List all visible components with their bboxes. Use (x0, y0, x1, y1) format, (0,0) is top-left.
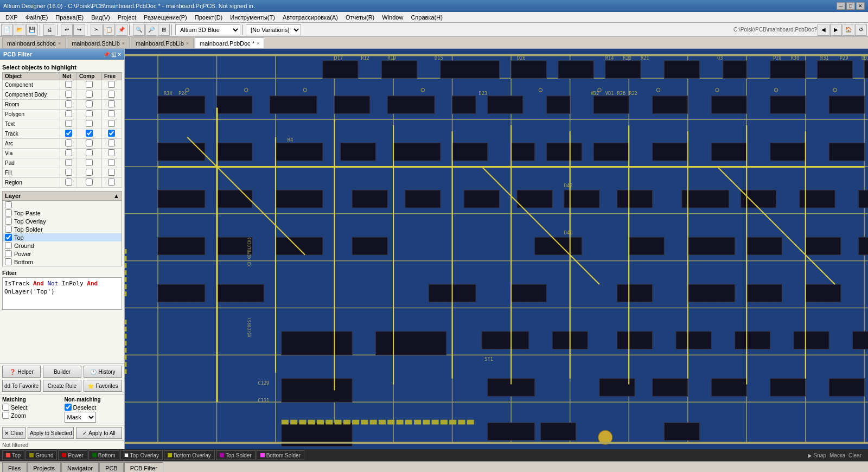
layer-checkbox[interactable] (5, 209, 12, 216)
net-checkbox[interactable] (65, 159, 72, 166)
clear-button[interactable]: ✕ Clear (2, 427, 25, 439)
tb-refresh[interactable]: ↺ (855, 24, 867, 36)
pcb-canvas[interactable]: x:360,400 dx:165,200 mm y:219,900 dy:-14… (125, 49, 868, 449)
tab-pcblib[interactable]: mainboard.PcbLib × (131, 37, 194, 48)
net-cell[interactable] (60, 110, 77, 119)
net-cell[interactable] (60, 119, 77, 129)
comp-cell[interactable] (77, 129, 102, 139)
net-cell[interactable] (60, 90, 77, 100)
layer-checkbox[interactable] (5, 242, 12, 249)
tb-paste[interactable]: 📌 (116, 24, 127, 36)
comp-cell[interactable] (77, 90, 102, 100)
tb-home[interactable]: 🏠 (843, 24, 854, 36)
tb-cut[interactable]: ✂ (91, 24, 103, 36)
free-checkbox[interactable] (108, 100, 115, 107)
close-button[interactable]: ✕ (856, 2, 865, 10)
comp-cell[interactable] (77, 119, 102, 129)
comp-checkbox[interactable] (86, 169, 93, 176)
comp-checkbox[interactable] (86, 139, 93, 146)
panel-close[interactable]: × (118, 52, 121, 58)
comp-cell[interactable] (77, 158, 102, 168)
favorites-button[interactable]: ⭐ Favorites (84, 380, 122, 392)
bottom-tab-pcbfilter[interactable]: PCB Filter (124, 462, 163, 472)
comp-checkbox[interactable] (86, 149, 93, 156)
free-cell[interactable] (101, 80, 122, 90)
layer-scroll-arrow[interactable]: ▲ (113, 193, 119, 199)
net-cell[interactable] (60, 168, 77, 178)
zoom-checkbox[interactable] (2, 412, 9, 419)
tb-redo[interactable]: ↪ (73, 24, 85, 36)
tb-zoom-out[interactable]: 🔎 (145, 24, 157, 36)
net-checkbox[interactable] (65, 81, 72, 88)
add-to-favorite-button[interactable]: dd To Favorite (2, 380, 41, 392)
bottom-tab-files[interactable]: Files (2, 462, 27, 472)
tab-schlib-close[interactable]: × (122, 41, 125, 46)
layer-tab-top[interactable]: Top (2, 450, 24, 460)
tb-back[interactable]: ◀ (818, 24, 829, 36)
bottom-tab-pcb[interactable]: PCB (99, 462, 124, 472)
net-checkbox[interactable] (65, 110, 72, 117)
comp-cell[interactable] (77, 149, 102, 158)
layer-tab-bottomoverlay[interactable]: Bottom Overlay (164, 450, 215, 460)
free-cell[interactable] (101, 149, 122, 158)
select-checkbox[interactable] (2, 404, 9, 411)
history-button[interactable]: 🕐 History (84, 366, 122, 378)
layer-checkbox[interactable] (5, 218, 12, 225)
net-checkbox[interactable] (65, 130, 72, 137)
tab-schematic[interactable]: mainboard.schdoc × (2, 37, 66, 48)
net-checkbox[interactable] (65, 100, 72, 107)
create-rule-button[interactable]: Create Rule (43, 380, 81, 392)
tab-pcblib-close[interactable]: × (186, 41, 189, 46)
tb-fit[interactable]: ⊞ (158, 24, 170, 36)
tb-open[interactable]: 📂 (14, 24, 25, 36)
tab-schlib[interactable]: mainboard.SchLib × (67, 37, 130, 48)
deselect-checkbox[interactable] (65, 404, 72, 411)
free-cell[interactable] (101, 119, 122, 129)
layer-checkbox[interactable] (5, 226, 12, 233)
comp-checkbox[interactable] (86, 110, 93, 117)
layer-list-item[interactable]: Top (3, 233, 122, 241)
free-cell[interactable] (101, 139, 122, 149)
menu-autoroute[interactable]: Автотрассировка(A) (279, 14, 341, 21)
net-checkbox[interactable] (65, 178, 72, 186)
layer-tab-bottom[interactable]: Bottom (88, 450, 119, 460)
tb-print[interactable]: 🖨 (43, 24, 55, 36)
free-cell[interactable] (101, 178, 122, 188)
free-cell[interactable] (101, 100, 122, 110)
net-checkbox[interactable] (65, 91, 72, 98)
comp-cell[interactable] (77, 110, 102, 119)
menu-place[interactable]: Размещение(P) (141, 14, 190, 21)
tb-new[interactable]: 📄 (1, 24, 13, 36)
comp-checkbox[interactable] (86, 159, 93, 166)
comp-checkbox[interactable] (86, 120, 93, 127)
layer-checkbox[interactable] (5, 201, 12, 208)
free-cell[interactable] (101, 129, 122, 139)
free-cell[interactable] (101, 158, 122, 168)
clear-status[interactable]: Clear (848, 452, 861, 458)
menu-help[interactable]: Справка(H) (407, 14, 445, 21)
layer-checkbox[interactable] (5, 234, 12, 241)
layer-list-item[interactable]: Power (3, 250, 122, 258)
menu-window[interactable]: Window (379, 14, 406, 21)
apply-to-selected-button[interactable]: Apply to Selected (28, 427, 74, 439)
free-checkbox[interactable] (108, 139, 115, 146)
net-cell[interactable] (60, 149, 77, 158)
free-checkbox[interactable] (108, 169, 115, 176)
minimize-button[interactable]: ─ (837, 2, 845, 10)
layer-list-item[interactable] (3, 201, 122, 209)
free-checkbox[interactable] (108, 81, 115, 88)
layer-tab-topsolder[interactable]: Top Solder (216, 450, 256, 460)
non-matching-select[interactable]: Mask Dim Normal (65, 412, 96, 423)
free-checkbox[interactable] (108, 130, 115, 137)
comp-cell[interactable] (77, 168, 102, 178)
free-checkbox[interactable] (108, 110, 115, 117)
comp-checkbox[interactable] (86, 100, 93, 107)
builder-button[interactable]: Builder (43, 366, 81, 378)
layer-tab-power[interactable]: Power (58, 450, 87, 460)
tb-undo[interactable]: ↩ (61, 24, 73, 36)
net-cell[interactable] (60, 129, 77, 139)
filter-text-display[interactable]: IsTrack And Not InPoly And OnLayer('Top'… (2, 277, 122, 310)
comp-cell[interactable] (77, 178, 102, 188)
layer-checkbox[interactable] (5, 250, 12, 257)
net-cell[interactable] (60, 100, 77, 110)
